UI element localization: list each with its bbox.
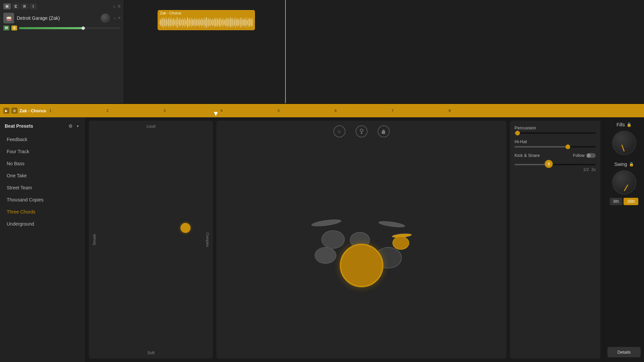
wave-bar: [213, 19, 213, 26]
fills-lock-icon[interactable]: 🔒: [627, 122, 632, 127]
gear-icon[interactable]: ⚙: [67, 123, 74, 129]
sidebar-item-four-track[interactable]: Four Track: [2, 145, 83, 158]
hihat-label: Hi-Hat: [515, 139, 596, 144]
volume-slider[interactable]: [19, 27, 120, 29]
xy-loud-label: Loud: [147, 124, 156, 129]
wave-bar: [225, 19, 226, 25]
wave-bar: [174, 20, 175, 25]
sidebar-item-thousand-copies[interactable]: Thousand Copies: [2, 194, 83, 206]
sidebar-item-no-bass[interactable]: No Bass: [2, 158, 83, 170]
drum-icon-row: ○: [216, 121, 506, 142]
wave-bar: [217, 18, 218, 26]
note-buttons: 8th 16th: [610, 198, 638, 205]
kick-snare-control: Kick & Snare Follow: [515, 153, 596, 172]
sidebar-item-three-chords[interactable]: Three Chords: [2, 206, 83, 218]
wave-bar: [164, 18, 164, 26]
wave-bar: [160, 19, 160, 26]
volume-handle[interactable]: [82, 26, 85, 30]
wave-bar: [207, 20, 208, 25]
wave-bar: [198, 19, 199, 26]
bass-drum: [340, 244, 383, 287]
sidebar-item-underground[interactable]: Underground: [2, 218, 83, 230]
wave-bar: [177, 17, 177, 28]
wave-bar: [166, 19, 167, 26]
timeline-play-button[interactable]: ▶: [3, 108, 9, 114]
follow-toggle: Follow: [573, 153, 596, 158]
fills-panel: Fills 🔒 Swing 🔒 8th 16th Details: [604, 117, 644, 362]
wave-bar: [165, 20, 165, 25]
percussion-control: Percussion: [515, 125, 596, 134]
track-s-button[interactable]: C: [12, 3, 19, 9]
track-area: Zak - Chorus: [124, 0, 644, 103]
track-r-button[interactable]: R: [21, 3, 28, 9]
ruler-mark-4: 4: [220, 109, 222, 113]
note-16th-button[interactable]: 16th: [624, 198, 638, 205]
wave-bar: [202, 19, 203, 25]
wave-bar: [215, 19, 215, 26]
xy-dot-handle[interactable]: [180, 223, 191, 233]
volume-fill: [19, 27, 85, 29]
ruler-mark-7: 7: [391, 109, 393, 113]
note-8th-button[interactable]: 8th: [610, 198, 622, 205]
details-button[interactable]: Details: [607, 347, 641, 357]
circle-icon[interactable]: ○: [333, 125, 345, 137]
wave-bar: [180, 18, 180, 27]
clip-title: Zak - Chorus: [158, 10, 255, 16]
hand-icon[interactable]: [378, 125, 390, 137]
wave-bar: [236, 20, 236, 25]
swing-lock-icon[interactable]: 🔒: [629, 162, 634, 167]
wave-bar: [245, 19, 245, 26]
timeline-loop-button[interactable]: ⊞: [11, 108, 17, 114]
wave-bar: [222, 19, 223, 26]
fraction-row: 1/2 2x: [515, 167, 596, 172]
lr-indicator: L R: [114, 16, 120, 20]
percussion-handle[interactable]: [515, 131, 520, 135]
wave-bar: [187, 17, 187, 28]
audio-clip[interactable]: Zak - Chorus: [158, 10, 255, 30]
drum-visual: [216, 142, 506, 359]
wave-bar: [173, 19, 173, 26]
main-content: Beat Presets ⚙ ▾ Feedback Four Track No …: [0, 117, 644, 362]
swing-knob[interactable]: [612, 170, 636, 194]
xy-pad[interactable]: Loud Soft Simple Complex: [89, 121, 213, 359]
wave-bar: [178, 21, 178, 24]
wave-bar: [240, 20, 240, 24]
wave-bar: [171, 18, 172, 27]
wave-bar: [200, 20, 200, 25]
sidebar-item-one-take[interactable]: One Take: [2, 170, 83, 182]
wave-bar: [199, 18, 200, 27]
wave-bar: [170, 19, 171, 26]
multiplier-label: 2x: [591, 167, 596, 172]
wave-bar: [243, 20, 243, 25]
kick-slider-container: 3: [515, 160, 596, 165]
controls-panel: Percussion Hi-Hat: [510, 121, 600, 359]
wave-bar: [220, 19, 220, 26]
solo-button[interactable]: S: [11, 25, 17, 31]
wave-bar: [161, 20, 161, 25]
wave-bar: [210, 19, 210, 25]
fills-knob[interactable]: [612, 131, 636, 155]
wave-bar: [182, 17, 183, 27]
wave-bar: [229, 20, 229, 25]
wave-bar: [167, 20, 168, 24]
wave-bar: [198, 20, 198, 25]
sidebar-item-street-team[interactable]: Street Team: [2, 182, 83, 194]
track-t-button[interactable]: I: [30, 3, 37, 9]
hihat-slider[interactable]: [515, 146, 596, 147]
wave-bar: [208, 18, 208, 27]
track-pan-knob[interactable]: [101, 13, 110, 23]
mic-icon[interactable]: [356, 125, 368, 137]
follow-switch[interactable]: [586, 153, 596, 158]
wave-bar: [212, 18, 212, 26]
track-m-button[interactable]: M: [3, 3, 11, 9]
hihat-handle[interactable]: [566, 144, 570, 149]
wave-bar: [246, 17, 247, 28]
sidebar-item-feedback[interactable]: Feedback: [2, 133, 83, 145]
chevron-down-icon[interactable]: ▾: [75, 123, 80, 129]
percussion-slider[interactable]: [515, 132, 596, 134]
wave-bar: [175, 18, 176, 26]
wave-bar: [190, 18, 190, 27]
crash-cymbal-right: [378, 220, 405, 229]
mute-button[interactable]: M: [3, 25, 9, 31]
kick-snare-slider[interactable]: [515, 164, 596, 165]
